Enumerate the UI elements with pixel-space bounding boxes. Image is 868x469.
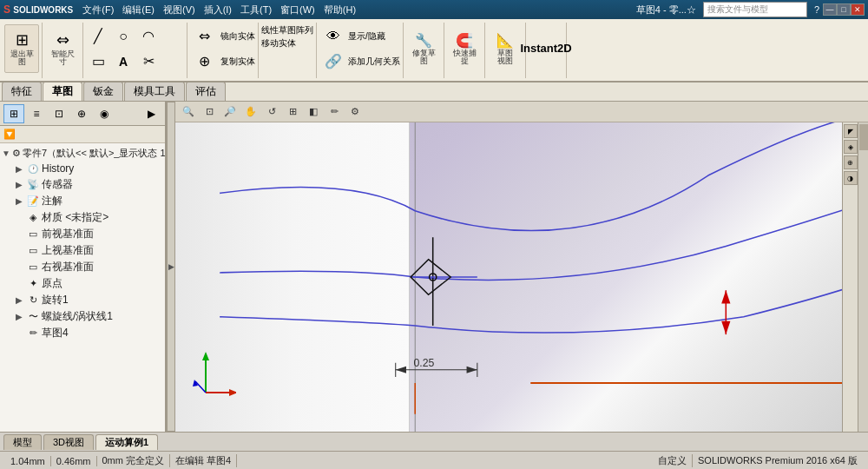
menu-insert[interactable]: 插入(I) — [200, 3, 236, 17]
line-btn[interactable]: ╱ — [86, 24, 110, 49]
quick-snap-btn[interactable]: 🧲 快速捕捉 — [447, 24, 482, 73]
tab-sketch[interactable]: 草图 — [43, 82, 82, 101]
tree-origin[interactable]: ✦ 原点 — [0, 275, 165, 292]
show-hide-group: 👁 显示/隐藏 🔗 添加几何关系 — [317, 23, 404, 78]
rp-btn-2[interactable]: ◈ — [844, 140, 858, 154]
feature-tree: ▼ ⚙ 零件7（默认<< 默认>_显示状态 1>） ▶ 🕐 History ▶ … — [0, 143, 165, 432]
feature-tabs: 特征 草图 钣金 模具工具 评估 — [0, 83, 868, 102]
feature-tree-btn[interactable]: ⊞ — [3, 104, 24, 123]
tab-mold-tools[interactable]: 模具工具 — [124, 82, 185, 101]
view-orient-btn[interactable]: 🔍 — [179, 103, 198, 121]
right-scrollbar[interactable] — [858, 122, 868, 432]
offset-btn[interactable]: ⊙ — [111, 75, 135, 83]
minimize-btn[interactable]: — — [823, 3, 837, 16]
status-z-defined: 0mm 完全定义 — [97, 454, 171, 467]
toolbar-area: ⊞ 退出草图 ⇔ 智能尺寸 ╱ ○ ◠ ▭ A ✂ ⬡ — [0, 19, 868, 83]
quicksnap-group: 🧲 快速捕捉 — [444, 23, 485, 78]
rp-btn-3[interactable]: ⊕ — [844, 155, 858, 169]
tree-sensor[interactable]: ▶ 📡 传感器 — [0, 176, 165, 193]
view-3d-btn[interactable]: ⊞ — [283, 103, 302, 121]
section-view-btn[interactable]: ◧ — [304, 103, 323, 121]
annotation-icon: 📝 — [26, 195, 40, 208]
tree-helix[interactable]: ▶ 〜 螺旋线/涡状线1 — [0, 308, 165, 325]
menu-window[interactable]: 窗口(W) — [276, 3, 319, 17]
tree-annotation[interactable]: ▶ 📝 注解 — [0, 193, 165, 209]
config-btn[interactable]: ⊡ — [49, 104, 69, 123]
rect-btn[interactable]: ▭ — [86, 50, 110, 74]
instant2d-btn[interactable]: Instant2D — [529, 24, 563, 73]
tree-top-plane[interactable]: ▭ 上视基准面 — [0, 242, 165, 259]
menu-help[interactable]: 帮助(H) — [319, 3, 360, 17]
show-hide-btn[interactable]: 👁 — [319, 24, 347, 49]
svg-marker-12 — [721, 290, 730, 303]
view-display-btn[interactable]: ⊡ — [200, 103, 219, 121]
rp-btn-4[interactable]: ◑ — [844, 171, 858, 185]
search-box[interactable]: 搜索文件与模型 — [703, 2, 807, 17]
repair-sketch-btn[interactable]: 🔧 修复草图 — [406, 24, 441, 73]
tree-front-plane[interactable]: ▭ 前视基准面 — [0, 226, 165, 242]
main-toolbar: ⊞ 退出草图 ⇔ 智能尺寸 ╱ ○ ◠ ▭ A ✂ ⬡ — [0, 19, 868, 82]
tab-feature[interactable]: 特征 — [2, 82, 42, 101]
sensor-icon: 📡 — [26, 178, 40, 192]
root-label: 零件7（默认<< 默认>_显示状态 1>） — [23, 147, 165, 160]
canvas-area[interactable]: 0.25 — [175, 122, 868, 432]
view-rotate-btn[interactable]: ↺ — [262, 103, 281, 121]
mirror-solid-btn[interactable]: ⇔ — [190, 24, 218, 49]
helix-icon: 〜 — [26, 310, 40, 324]
svg-marker-17 — [202, 352, 209, 360]
clip-solid-btn[interactable]: ✂ — [190, 75, 218, 83]
tree-revolve1[interactable]: ▶ ↻ 旋转1 — [0, 292, 165, 308]
view-settings-btn[interactable]: ⚙ — [345, 103, 365, 121]
status-x: 1.04mm — [5, 456, 51, 466]
tree-root[interactable]: ▼ ⚙ 零件7（默认<< 默认>_显示状态 1>） — [0, 145, 165, 161]
custom-btn[interactable]: ◉ — [94, 104, 115, 123]
tab-evaluate[interactable]: 评估 — [186, 82, 226, 101]
trim-btn[interactable]: ✂ — [136, 50, 161, 74]
rp-btn-1[interactable]: ◤ — [844, 124, 858, 138]
view-sketch-btn[interactable]: ✏ — [325, 103, 344, 121]
svg-line-20 — [195, 381, 206, 393]
origin-icon: ✦ — [26, 277, 40, 291]
menu-tools[interactable]: 工具(T) — [236, 3, 276, 17]
view-zoom-in-btn[interactable]: 🔎 — [220, 103, 240, 121]
tree-material[interactable]: ◈ 材质 <未指定> — [0, 209, 165, 226]
titlebar: S SOLIDWORKS 文件(F) 编辑(E) 视图(V) 插入(I) 工具(… — [0, 0, 868, 19]
convert-btn[interactable]: ⬡ — [86, 75, 110, 83]
sensor-label: 传感器 — [42, 177, 73, 192]
tab-sheet-metal[interactable]: 钣金 — [83, 82, 123, 101]
btab-model[interactable]: 模型 — [3, 434, 42, 450]
sketch-view-btn[interactable]: 📐 草图视图 — [488, 24, 523, 73]
exit-sketch-btn[interactable]: ⊞ 退出草图 — [4, 24, 39, 73]
viewport-toolbar: 🔍 ⊡ 🔎 ✋ ↺ ⊞ ◧ ✏ ⚙ — [175, 102, 868, 122]
tree-history[interactable]: ▶ 🕐 History — [0, 161, 165, 176]
panel-collapse-btn[interactable]: ▶ — [167, 102, 175, 432]
panel-icon-bar: ⊞ ≡ ⊡ ⊕ ◉ ▶ — [0, 102, 165, 126]
relations-btn[interactable]: 🔗 — [319, 50, 347, 74]
help-btn[interactable]: ? — [811, 4, 823, 15]
maximize-btn[interactable]: □ — [837, 3, 851, 16]
menu-view[interactable]: 视图(V) — [159, 3, 200, 17]
right-panel-icons: ◤ ◈ ⊕ ◑ — [842, 122, 858, 432]
arc-btn[interactable]: ◠ — [136, 24, 161, 49]
menu-edit[interactable]: 编辑(E) — [118, 3, 159, 17]
tree-right-plane[interactable]: ▭ 右视基准面 — [0, 259, 165, 275]
view-pan-btn[interactable]: ✋ — [241, 103, 260, 121]
property-btn[interactable]: ≡ — [26, 104, 47, 123]
menu-file[interactable]: 文件(F) — [78, 3, 118, 17]
status-y: 0.46mm — [51, 456, 97, 466]
btab-3dview[interactable]: 3D视图 — [43, 434, 94, 450]
panel-expand-btn[interactable]: ▶ — [141, 104, 161, 123]
revolve-expand-icon: ▶ — [14, 295, 24, 305]
tree-sketch4[interactable]: ✏ 草图4 — [0, 325, 165, 341]
smart-dimension-btn[interactable]: ⇔ 智能尺寸 — [45, 24, 80, 73]
filter-icon: 🔽 — [3, 129, 16, 140]
status-customize[interactable]: 自定义 — [653, 454, 693, 467]
circle-btn[interactable]: ○ — [111, 24, 135, 49]
copy-solid-btn[interactable]: ⊕ — [190, 50, 218, 74]
svg-marker-13 — [721, 321, 730, 334]
btab-motion[interactable]: 运动算例1 — [95, 434, 158, 450]
text-btn[interactable]: A — [111, 50, 135, 74]
close-btn[interactable]: ✕ — [851, 3, 865, 16]
appearance-btn[interactable]: ⊕ — [71, 104, 92, 123]
main-area: ⊞ ≡ ⊡ ⊕ ◉ ▶ 🔽 ▼ ⚙ 零件7（默认<< 默认>_显示状态 1>） … — [0, 102, 868, 432]
